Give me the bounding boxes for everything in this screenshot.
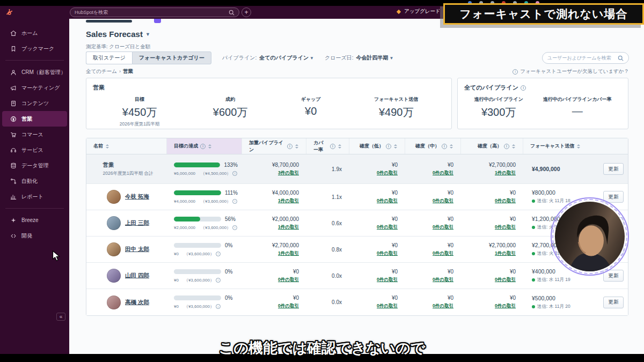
column-header-4[interactable]: 確度（低）i: [349, 138, 405, 154]
user-link[interactable]: 今枝 拓海: [125, 193, 149, 201]
deals-count-link[interactable]: 1件の取引: [278, 250, 299, 257]
breadcrumb-all-teams[interactable]: 全てのチーム: [86, 68, 117, 74]
team-search-input[interactable]: [547, 55, 618, 61]
deals-count-link[interactable]: 1件の取引: [495, 170, 516, 176]
deals-count-link[interactable]: 0件の取引: [433, 250, 453, 257]
user-link[interactable]: 上田 三郎: [125, 219, 149, 227]
sidebar-item-reports[interactable]: レポート: [2, 189, 67, 204]
deals-count-link[interactable]: 1件の取引: [278, 198, 299, 204]
column-header-5[interactable]: 確度（中）i: [405, 138, 461, 154]
info-icon[interactable]: i: [216, 278, 221, 283]
user-link[interactable]: 田中 太郎: [125, 246, 149, 253]
pipeline-filter-value[interactable]: 全てのパイプライン▼: [259, 54, 314, 62]
column-header-7[interactable]: フォーキャスト送信: [523, 138, 629, 154]
sidebar-item-home[interactable]: ホーム: [2, 25, 67, 41]
info-icon[interactable]: i: [232, 171, 237, 176]
column-header-3[interactable]: カバー率i: [306, 138, 349, 154]
update-button[interactable]: 更新: [603, 297, 624, 308]
missing-forecast-users-link[interactable]: i フォーキャストユーザーが欠落していますか？: [510, 68, 629, 75]
deals-count-link[interactable]: 0件の取引: [433, 224, 453, 231]
sidebar-item-bookmark[interactable]: ブックマーク: [2, 41, 67, 56]
column-header-0[interactable]: 名前: [86, 138, 167, 154]
info-icon[interactable]: i: [216, 304, 221, 309]
deals-count-link[interactable]: 0件の取引: [278, 303, 299, 309]
deals-count-link[interactable]: 0件の取引: [433, 303, 453, 309]
global-search-input[interactable]: [75, 10, 229, 15]
deals-count-link[interactable]: 0件の取引: [377, 224, 398, 231]
collapse-sidebar-button[interactable]: «: [56, 313, 65, 321]
deals-count-link[interactable]: 0件の取引: [495, 303, 516, 309]
deals-count-link[interactable]: 0件の取引: [495, 198, 516, 204]
sidebar-item-commerce[interactable]: コマース: [2, 127, 67, 142]
deals-count-link[interactable]: 1件の取引: [278, 224, 299, 231]
page-title[interactable]: Sales Forecast▼: [86, 29, 150, 39]
sidebar-item-marketing[interactable]: マーケティング: [2, 80, 67, 95]
deals-count-link[interactable]: 0件の取引: [377, 170, 398, 176]
deals-count-link[interactable]: 0件の取引: [495, 277, 516, 283]
team-search[interactable]: [542, 52, 629, 64]
info-icon[interactable]: i: [330, 144, 335, 149]
deals-count-link[interactable]: 0件の取引: [433, 198, 453, 204]
table-cell: ¥00件の取引: [405, 184, 461, 210]
avatar: [107, 190, 121, 204]
sort-icon[interactable]: [338, 144, 341, 149]
info-icon[interactable]: i: [216, 252, 221, 256]
sort-icon[interactable]: [208, 144, 211, 149]
sidebar-item-content[interactable]: コンテンツ: [2, 95, 67, 111]
column-header-label: 確度（高）: [478, 143, 502, 150]
deals-count-link[interactable]: 1件の取引: [495, 250, 516, 257]
deals-count-link[interactable]: 0件の取引: [377, 250, 398, 257]
sidebar-item-data[interactable]: データ管理: [2, 158, 67, 173]
info-icon[interactable]: i: [287, 144, 292, 149]
global-search[interactable]: [70, 8, 239, 17]
deals-count-link[interactable]: 0件の取引: [495, 224, 516, 231]
active-tab-indicator[interactable]: [86, 20, 132, 23]
table-cell: 0%¥0（¥3,600,000）i: [167, 237, 242, 262]
goal-target: （¥3,600,000）: [184, 304, 214, 309]
toggle-deal-stage[interactable]: 取引ステージ: [86, 51, 132, 64]
upgrade-button[interactable]: アップグレード: [396, 8, 441, 15]
deals-count-link[interactable]: 0件の取引: [433, 277, 453, 283]
sort-icon[interactable]: [295, 144, 298, 149]
info-icon[interactable]: i: [442, 144, 447, 149]
deals-count-link[interactable]: 3件の取引: [278, 170, 299, 176]
quick-add-button[interactable]: +: [241, 8, 251, 17]
column-header-6[interactable]: 確度（高）i: [461, 138, 523, 154]
info-icon[interactable]: i: [232, 199, 237, 204]
user-link[interactable]: 山田 四郎: [125, 272, 149, 279]
sidebar-item-automation[interactable]: 自動化: [2, 173, 67, 189]
deals-count-link[interactable]: 0件の取引: [377, 303, 398, 309]
table-cell: 56%¥2,000,000（¥3,600,000）i: [167, 210, 242, 236]
user-link[interactable]: 高橋 次郎: [125, 299, 149, 306]
info-icon[interactable]: i: [200, 144, 206, 149]
hubspot-logo-icon[interactable]: [5, 8, 14, 17]
info-icon[interactable]: i: [232, 225, 237, 230]
sidebar-nav: ホームブックマークCRM（顧客管理）マーケティングコンテンツ営業コマースサービス…: [0, 19, 69, 243]
data-icon: [9, 161, 17, 169]
sidebar-item-label: コンテンツ: [21, 100, 49, 107]
sort-icon[interactable]: [577, 144, 580, 149]
column-header-2[interactable]: 加重パイプラインi: [242, 138, 306, 154]
update-button[interactable]: 更新: [603, 163, 624, 175]
info-icon[interactable]: i: [386, 144, 391, 149]
close-date-filter-value[interactable]: 今会計四半期▼: [356, 54, 394, 62]
avatar: [107, 269, 121, 283]
sort-icon[interactable]: [394, 144, 397, 149]
sidebar-item-breeze[interactable]: Breeze: [2, 212, 67, 228]
deals-count-link[interactable]: 0件の取引: [278, 277, 299, 283]
sort-icon[interactable]: [106, 144, 109, 149]
sidebar-item-crm[interactable]: CRM（顧客管理）: [2, 64, 67, 80]
info-icon[interactable]: i: [521, 85, 526, 91]
toggle-forecast-category[interactable]: フォーキャストカテゴリー: [132, 51, 211, 64]
sidebar-item-service[interactable]: サービス: [2, 142, 67, 158]
table-row: 今枝 拓海111%¥4,000,000（¥3,600,000）i¥4,000,0…: [86, 184, 628, 210]
sidebar-item-dev[interactable]: 開発: [2, 228, 67, 243]
deals-count-link[interactable]: 0件の取引: [377, 198, 398, 204]
sidebar-item-sales[interactable]: 営業: [2, 111, 67, 127]
sort-icon[interactable]: [450, 144, 453, 149]
column-header-1[interactable]: 目標の達成i: [167, 138, 242, 154]
deals-count-link[interactable]: 0件の取引: [377, 277, 398, 283]
deals-count-link[interactable]: 0件の取引: [433, 170, 453, 176]
info-icon[interactable]: i: [504, 144, 509, 149]
sort-icon[interactable]: [512, 144, 515, 149]
